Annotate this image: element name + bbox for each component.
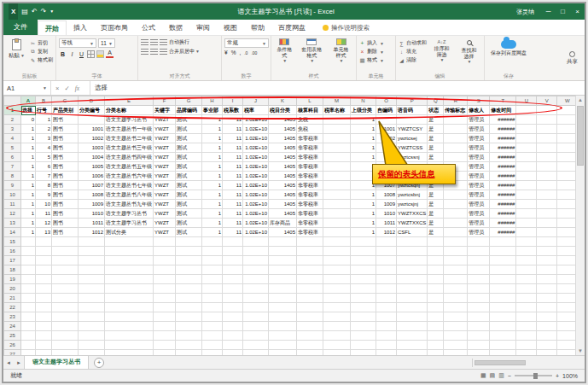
horizontal-scrollbar[interactable] <box>472 359 574 367</box>
cell-A9[interactable]: 1 <box>21 181 36 190</box>
cell-O17[interactable] <box>376 256 397 265</box>
cell-M20[interactable] <box>323 284 351 294</box>
cell-N13[interactable]: 1 <box>351 219 376 228</box>
cell-P5[interactable]: YWZTCSS <box>397 143 428 153</box>
cell-H14[interactable]: 1 <box>202 228 223 237</box>
cell-E12[interactable]: 语文主题学习丛书 <box>105 209 154 219</box>
cell-G2[interactable]: 测试 <box>176 115 202 125</box>
cell-S27[interactable] <box>468 350 490 356</box>
cell-T13[interactable]: ###### <box>490 219 516 228</box>
cell-G11[interactable]: 测试 <box>176 200 202 209</box>
cell-L22[interactable] <box>297 303 323 312</box>
cell-U9[interactable] <box>516 181 537 190</box>
cell-K3[interactable]: 1405 <box>269 125 297 134</box>
column-header-C[interactable]: C <box>52 96 79 106</box>
cell-C19[interactable] <box>52 275 79 284</box>
cell-D10[interactable]: 1008 <box>79 190 105 200</box>
cell-T11[interactable]: ###### <box>490 200 516 209</box>
clear-button[interactable]: ◢清除 <box>399 56 427 64</box>
cell-B4[interactable]: 3 <box>36 134 52 143</box>
cell-S15[interactable] <box>468 237 490 247</box>
cell-U12[interactable] <box>516 209 537 219</box>
cell-B3[interactable]: 2 <box>36 125 52 134</box>
cell-J19[interactable] <box>243 275 269 284</box>
cell-F25[interactable] <box>154 331 176 341</box>
cell-Q24[interactable] <box>428 322 444 331</box>
cell-O27[interactable] <box>376 350 397 356</box>
vertical-scrollbar[interactable]: ▲ ▼ <box>575 96 585 355</box>
cell-U21[interactable] <box>516 294 537 303</box>
cell-B8[interactable]: 7 <box>36 172 52 181</box>
cell-M6[interactable] <box>323 153 351 162</box>
cell-styles-button[interactable]: 单元格样式▼ <box>329 38 353 72</box>
cell-O3[interactable]: 1001 <box>376 125 397 134</box>
cell-B27[interactable] <box>36 350 52 356</box>
cell-Q13[interactable]: 是 <box>428 219 444 228</box>
cell-U6[interactable] <box>516 153 537 162</box>
cell-D26[interactable] <box>79 341 105 350</box>
cell-G5[interactable]: 测试 <box>176 143 202 153</box>
cell-K25[interactable] <box>269 331 297 341</box>
cell-Q17[interactable] <box>428 256 444 265</box>
cell-C5[interactable]: 图书 <box>52 143 79 153</box>
cell-H18[interactable] <box>202 265 223 275</box>
cell-I13[interactable]: 11 <box>223 219 243 228</box>
cell-C7[interactable]: 图书 <box>52 162 79 172</box>
cell-R12[interactable] <box>444 209 468 219</box>
cell-M14[interactable] <box>323 228 351 237</box>
cell-B2[interactable]: 1 <box>36 115 52 125</box>
cell-B12[interactable]: 11 <box>36 209 52 219</box>
cell-P18[interactable] <box>397 265 428 275</box>
zoom-slider-thumb[interactable] <box>533 373 538 379</box>
row-header-22[interactable]: 22 <box>4 303 21 312</box>
comma-format-button[interactable]: , <box>239 50 241 55</box>
cell-H11[interactable]: 1 <box>202 200 223 209</box>
cell-L10[interactable]: 非零税率 <box>297 190 323 200</box>
cell-K23[interactable] <box>269 312 297 322</box>
cell-P27[interactable] <box>397 350 428 356</box>
cell-C2[interactable]: 图书 <box>52 115 79 125</box>
cell-H26[interactable] <box>202 341 223 350</box>
cell-S10[interactable]: 管理员 <box>468 190 490 200</box>
column-header-N[interactable]: N <box>351 96 376 106</box>
find-select-button[interactable]: 查找和选择▼ <box>457 38 481 72</box>
cell-C15[interactable] <box>52 237 79 247</box>
autosum-button[interactable]: ∑自动求和 <box>399 39 427 47</box>
cell-C17[interactable] <box>52 256 79 265</box>
cell-O15[interactable] <box>376 237 397 247</box>
cell-C21[interactable] <box>52 294 79 303</box>
cell-V14[interactable] <box>537 228 557 237</box>
cell-K8[interactable]: 1405 <box>269 172 297 181</box>
cell-P14[interactable]: CSFL <box>397 228 428 237</box>
cell-J5[interactable]: 1.02E+10 <box>243 143 269 153</box>
ribbon-tab-6[interactable]: 审阅 <box>189 20 217 35</box>
cell-U18[interactable] <box>516 265 537 275</box>
share-button[interactable]: 共享 <box>560 36 585 80</box>
qat-customize-icon[interactable]: ▼ <box>49 3 54 20</box>
cell-I18[interactable] <box>223 265 243 275</box>
cell-M26[interactable] <box>323 341 351 350</box>
cell-C13[interactable]: 图书 <box>52 219 79 228</box>
cell-L17[interactable] <box>297 256 323 265</box>
cell-U10[interactable] <box>516 190 537 200</box>
cell-T24[interactable] <box>490 322 516 331</box>
row-header-27[interactable]: 27 <box>4 350 21 356</box>
cell-A8[interactable]: 1 <box>21 172 36 181</box>
cell-H6[interactable]: 1 <box>202 153 223 162</box>
cell-F5[interactable]: YWZT <box>154 143 176 153</box>
cell-S21[interactable] <box>468 294 490 303</box>
cell-J9[interactable]: 1.02E+10 <box>243 181 269 190</box>
cell-P24[interactable] <box>397 322 428 331</box>
cell-O23[interactable] <box>376 312 397 322</box>
cell-R20[interactable] <box>444 284 468 294</box>
cell-F7[interactable]: YWZT <box>154 162 176 172</box>
cell-L23[interactable] <box>297 312 323 322</box>
cell-A24[interactable] <box>21 322 36 331</box>
cell-M5[interactable] <box>323 143 351 153</box>
cell-Q14[interactable]: 是 <box>428 228 444 237</box>
cell-L18[interactable] <box>297 265 323 275</box>
cell-M7[interactable] <box>323 162 351 172</box>
scroll-down-icon[interactable]: ▼ <box>576 347 585 355</box>
cell-M25[interactable] <box>323 331 351 341</box>
cell-N26[interactable] <box>351 341 376 350</box>
